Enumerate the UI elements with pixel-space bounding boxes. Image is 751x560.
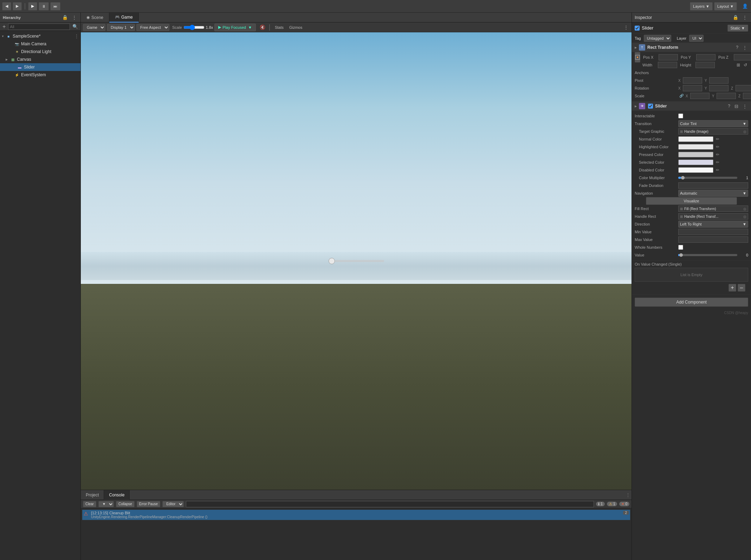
direction-dropdown[interactable]: Left To Right ▼ bbox=[678, 221, 748, 228]
console-msg-0[interactable]: ⚠ [12:13:15] Cleanup Blit UnityEngine.Re… bbox=[82, 510, 630, 520]
hierarchy-item-slider[interactable]: ▬ Slider bbox=[0, 63, 80, 71]
component-enable-checkbox[interactable] bbox=[635, 26, 640, 31]
inspector-lock-icon[interactable]: 🔒 bbox=[732, 15, 739, 20]
mute-icon[interactable]: 🔇 bbox=[259, 25, 266, 30]
gizmos-btn[interactable]: Gizmos bbox=[287, 25, 304, 30]
console-search-input[interactable] bbox=[186, 501, 594, 507]
normal-color-swatch[interactable] bbox=[678, 136, 713, 142]
slider-more-icon[interactable]: ⋮ bbox=[742, 104, 748, 109]
scale-slider[interactable] bbox=[183, 25, 205, 30]
inspector-more-icon[interactable]: ⋮ bbox=[742, 15, 748, 20]
hierarchy-search-input[interactable] bbox=[8, 24, 70, 30]
aspect-dropdown[interactable]: Free Aspect bbox=[136, 24, 169, 31]
rt-reset-icon[interactable]: ↺ bbox=[743, 63, 748, 67]
disabled-color-edit-icon[interactable]: ✏ bbox=[715, 168, 720, 172]
hierarchy-lock-icon[interactable]: 🔒 bbox=[61, 15, 69, 20]
tab-game[interactable]: 🎮 Game bbox=[109, 13, 139, 22]
editor-dropdown[interactable]: Editor bbox=[162, 501, 184, 507]
target-graphic-select[interactable]: ◎ bbox=[743, 130, 746, 134]
game-dropdown[interactable]: Game bbox=[83, 24, 105, 31]
navigation-dropdown[interactable]: Automatic ▼ bbox=[678, 190, 748, 197]
event-add-btn[interactable]: + bbox=[729, 284, 736, 292]
rt-help-icon[interactable]: ? bbox=[735, 45, 739, 50]
play-focused-btn[interactable]: ▶ Play Focused ▼ bbox=[214, 24, 256, 31]
layers-btn[interactable]: Layers ▼ bbox=[690, 2, 713, 11]
tab-project[interactable]: Project bbox=[81, 490, 104, 500]
fade-duration-input[interactable]: 0.41 bbox=[678, 182, 748, 189]
slider-help-icon[interactable]: ? bbox=[727, 104, 731, 109]
hierarchy-item-canvas[interactable]: ▶ ▦ Canvas bbox=[0, 56, 80, 63]
hierarchy-item-maincamera[interactable]: 📷 Main Camera bbox=[0, 40, 80, 48]
pressed-color-edit-icon[interactable]: ✏ bbox=[715, 152, 720, 157]
whole-numbers-checkbox[interactable] bbox=[678, 245, 683, 250]
pos-y-input[interactable]: 0 bbox=[696, 54, 716, 60]
anchor-widget[interactable] bbox=[635, 52, 640, 63]
slider-settings-icon[interactable]: ⊟ bbox=[733, 104, 739, 109]
scale-y-input[interactable]: 1 bbox=[717, 93, 736, 99]
game-more-icon[interactable]: ⋮ bbox=[623, 25, 629, 30]
play-btn[interactable]: ▶ bbox=[28, 2, 37, 11]
scale-z-input[interactable]: 1 bbox=[743, 93, 751, 99]
min-value-input[interactable]: 0 bbox=[678, 229, 748, 235]
normal-color-edit-icon[interactable]: ✏ bbox=[715, 137, 720, 142]
layout-btn[interactable]: Layout ▼ bbox=[714, 2, 737, 11]
pivot-y-input[interactable]: 0.5 bbox=[709, 77, 729, 84]
highlighted-color-swatch[interactable] bbox=[678, 144, 713, 150]
handle-rect-select[interactable]: ◎ bbox=[743, 215, 746, 219]
pause-btn[interactable]: ⏸ bbox=[39, 2, 49, 11]
rt-blueprint-icon[interactable]: ⊞ bbox=[736, 63, 741, 67]
tab-scene[interactable]: ◉ Scene bbox=[81, 13, 109, 22]
display-dropdown[interactable]: Display 1 bbox=[107, 24, 135, 31]
rect-transform-header[interactable]: ▶ T Rect Transform ? ⋮ bbox=[632, 43, 751, 52]
forward-btn[interactable]: ▶ bbox=[13, 2, 22, 11]
disabled-color-swatch[interactable] bbox=[678, 167, 713, 173]
back-btn[interactable]: ◀ bbox=[2, 2, 11, 11]
visualize-btn[interactable]: Visualize bbox=[646, 197, 737, 205]
clear-btn[interactable]: Clear bbox=[83, 501, 96, 507]
tag-select[interactable]: Untagged bbox=[644, 35, 671, 42]
target-graphic-field[interactable]: ⊞ Handle (Image) ◎ bbox=[678, 128, 748, 135]
height-input[interactable]: 20 bbox=[695, 62, 715, 68]
collapse-btn[interactable]: Collapse bbox=[116, 501, 135, 507]
pressed-color-swatch[interactable] bbox=[678, 152, 713, 157]
console-options-icon[interactable]: ⋮ bbox=[624, 492, 632, 498]
slider-enable-checkbox[interactable] bbox=[648, 104, 653, 109]
add-component-btn[interactable]: Add Component bbox=[635, 298, 748, 307]
hierarchy-item-directionallight[interactable]: ☀ Directional Light bbox=[0, 48, 80, 56]
step-btn[interactable]: ⏭ bbox=[50, 2, 60, 11]
max-value-input[interactable]: 1 bbox=[678, 236, 748, 243]
hierarchy-add-icon[interactable]: + bbox=[1, 24, 7, 30]
static-btn[interactable]: Static ▼ bbox=[727, 25, 748, 32]
event-remove-btn[interactable]: – bbox=[738, 284, 745, 292]
selected-color-edit-icon[interactable]: ✏ bbox=[715, 160, 720, 165]
rt-more-icon[interactable]: ⋮ bbox=[742, 45, 748, 50]
account-icon[interactable]: 👤 bbox=[741, 4, 749, 9]
rot-x-input[interactable]: 0 bbox=[683, 85, 702, 91]
pivot-x-input[interactable]: 0.5 bbox=[683, 77, 702, 84]
value-track[interactable] bbox=[678, 254, 737, 256]
interactable-checkbox[interactable] bbox=[678, 113, 683, 118]
pos-x-input[interactable]: 0 bbox=[659, 54, 678, 60]
play-dropdown-arrow[interactable]: ▼ bbox=[248, 25, 252, 30]
handle-rect-field[interactable]: ⊞ Handle (Rect Transf... ◎ bbox=[678, 213, 748, 220]
layer-select[interactable]: UI bbox=[689, 35, 704, 42]
pos-z-input[interactable]: 0 bbox=[734, 54, 751, 60]
clear-dropdown[interactable]: ▼ bbox=[98, 501, 114, 507]
slider-component-header[interactable]: ▶ 👁 Slider ? ⊟ ⋮ bbox=[632, 102, 751, 111]
fill-rect-select[interactable]: ◎ bbox=[743, 207, 746, 211]
hierarchy-item-eventsystem[interactable]: ⚡ EventSystem bbox=[0, 71, 80, 79]
transition-dropdown[interactable]: Color Tint ▼ bbox=[678, 120, 748, 127]
samplescene-menu-icon[interactable]: ⋮ bbox=[74, 33, 79, 39]
scale-x-input[interactable]: 1 bbox=[690, 93, 710, 99]
stats-btn[interactable]: Stats bbox=[273, 25, 286, 30]
scale-link-icon[interactable]: 🔗 bbox=[678, 94, 685, 98]
highlighted-color-edit-icon[interactable]: ✏ bbox=[715, 144, 720, 149]
color-multiplier-track[interactable] bbox=[678, 177, 737, 179]
rot-y-input[interactable]: 0 bbox=[709, 85, 729, 91]
error-pause-btn[interactable]: Error Pause bbox=[137, 501, 160, 507]
selected-color-swatch[interactable] bbox=[678, 159, 713, 165]
rot-z-input[interactable]: 0 bbox=[736, 85, 751, 91]
fill-rect-field[interactable]: ⊞ Fill (Rect Transform) ◎ bbox=[678, 206, 748, 212]
hierarchy-more-icon[interactable]: ⋮ bbox=[71, 15, 78, 20]
tab-console[interactable]: Console bbox=[104, 490, 130, 500]
